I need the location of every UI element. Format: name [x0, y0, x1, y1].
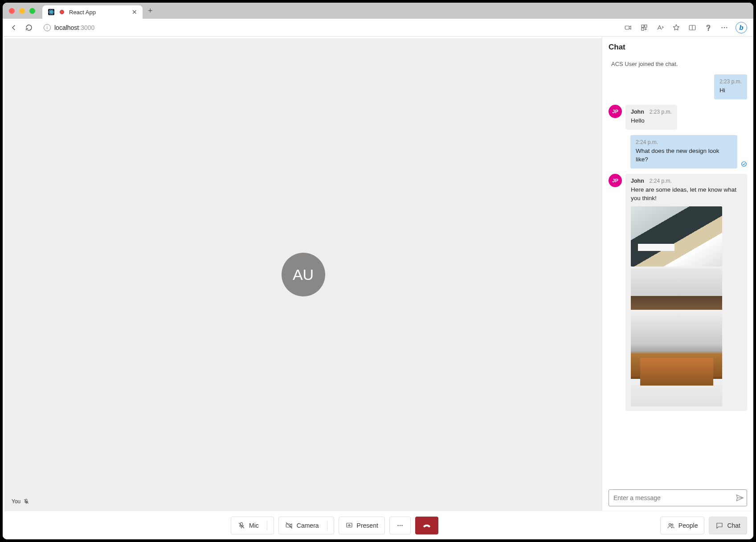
chat-icon	[715, 521, 723, 530]
camera-label: Camera	[297, 522, 319, 529]
message-text: Hi	[719, 86, 742, 95]
hangup-button[interactable]	[415, 517, 438, 534]
record-indicator-icon	[58, 8, 65, 16]
chat-button[interactable]: Chat	[709, 517, 747, 534]
url-host: localhost	[54, 24, 79, 31]
message-time: 2:23 p.m.	[719, 78, 742, 86]
chat-messages[interactable]: ACS User joined the chat. 2:23 p.m. Hi J…	[609, 59, 747, 485]
present-label: Present	[357, 522, 378, 529]
message-bubble-incoming: John 2:23 p.m. Hello	[625, 105, 677, 130]
attachment-image[interactable]	[631, 268, 722, 406]
videorecord-icon[interactable]	[623, 23, 633, 33]
chat-input[interactable]	[613, 494, 735, 501]
message-time: 2:24 p.m.	[636, 139, 658, 146]
window-minimize[interactable]	[19, 8, 25, 14]
message-bubble-incoming: John 2:24 p.m. Here are some ideas, let …	[625, 174, 747, 411]
hangup-icon	[422, 521, 432, 530]
svg-point-0	[51, 12, 52, 12]
message-bubble-outgoing: 2:24 p.m. What does the new design look …	[630, 135, 737, 168]
read-receipt-icon	[741, 161, 747, 168]
message-text: What does the new design look like?	[636, 147, 732, 164]
favorite-icon[interactable]	[671, 23, 681, 33]
svg-point-13	[742, 161, 747, 166]
url-input[interactable]: i localhost:3000	[39, 21, 618, 34]
browser-tab[interactable]: React App ✕	[42, 5, 143, 19]
svg-rect-5	[642, 25, 644, 27]
readaloud-icon[interactable]	[655, 23, 665, 33]
new-tab-button[interactable]: +	[145, 6, 155, 16]
people-button[interactable]: People	[660, 517, 705, 534]
message-row: 2:24 p.m. What does the new design look …	[609, 135, 747, 168]
video-area: AU You	[4, 38, 602, 511]
reload-button[interactable]	[24, 23, 34, 33]
sender-avatar: JP	[609, 105, 622, 118]
people-label: People	[678, 522, 698, 529]
svg-point-18	[401, 525, 402, 526]
remote-participant-avatar: AU	[282, 253, 325, 296]
camera-off-icon	[285, 521, 293, 530]
mic-button[interactable]: Mic	[231, 517, 274, 534]
tab-close-button[interactable]: ✕	[132, 8, 137, 16]
message-row: JP John 2:24 p.m. Here are some ideas, l…	[609, 174, 747, 411]
collections-icon[interactable]	[703, 23, 713, 33]
avatar-initials: AU	[293, 266, 314, 283]
attachment-image[interactable]	[631, 206, 722, 267]
bing-button[interactable]: b	[736, 22, 747, 33]
favicon-react-icon	[48, 8, 55, 16]
people-icon	[667, 521, 675, 530]
svg-rect-7	[642, 28, 644, 30]
sender-avatar: JP	[609, 174, 622, 187]
self-participant-label: You	[12, 498, 29, 505]
svg-rect-6	[645, 25, 647, 27]
message-sender: John	[631, 108, 644, 116]
send-button[interactable]	[735, 493, 744, 502]
more-icon	[396, 521, 404, 530]
svg-point-10	[722, 27, 723, 28]
svg-rect-4	[625, 26, 629, 29]
svg-point-11	[724, 27, 725, 28]
message-row: JP John 2:23 p.m. Hello	[609, 105, 747, 130]
present-button[interactable]: Present	[339, 517, 385, 534]
message-time: 2:23 p.m.	[650, 108, 672, 116]
message-sender: John	[631, 177, 644, 185]
tab-title: React App	[69, 9, 128, 16]
present-icon	[345, 521, 353, 530]
site-info-icon[interactable]: i	[44, 24, 51, 31]
chat-panel: Chat ACS User joined the chat. 2:23 p.m.…	[602, 37, 753, 511]
splitscreen-icon[interactable]	[687, 23, 697, 33]
url-port: :3000	[79, 24, 94, 31]
svg-point-20	[671, 524, 673, 526]
message-row: 2:23 p.m. Hi	[609, 74, 747, 99]
mic-off-icon	[237, 521, 245, 530]
message-text: Hello	[631, 117, 672, 125]
avatar-initials: JP	[612, 178, 618, 183]
camera-button[interactable]: Camera	[278, 517, 334, 534]
mic-muted-icon	[23, 498, 29, 505]
message-time: 2:24 p.m.	[650, 177, 672, 185]
chat-title: Chat	[609, 43, 747, 52]
svg-point-16	[397, 525, 398, 526]
window-maximize[interactable]	[29, 8, 35, 14]
svg-point-19	[669, 523, 671, 526]
extensions-icon[interactable]	[639, 23, 649, 33]
mic-label: Mic	[249, 522, 259, 529]
call-toolbar: Mic Camera Present	[3, 511, 753, 539]
addressbar: i localhost:3000 b	[3, 19, 753, 37]
svg-point-12	[726, 27, 727, 28]
message-bubble-outgoing: 2:23 p.m. Hi	[714, 74, 747, 99]
more-icon[interactable]	[719, 23, 729, 33]
chat-input-row	[609, 489, 747, 506]
avatar-initials: JP	[612, 109, 618, 114]
window-close[interactable]	[9, 8, 15, 14]
more-options-button[interactable]	[389, 517, 411, 534]
system-message: ACS User joined the chat.	[609, 59, 747, 69]
message-text: Here are some ideas, let me know what yo…	[631, 186, 742, 203]
self-label-text: You	[12, 498, 20, 505]
chat-label: Chat	[727, 522, 740, 529]
url-text: localhost:3000	[54, 24, 94, 31]
back-button[interactable]	[9, 23, 19, 33]
svg-point-9	[708, 30, 709, 31]
svg-point-17	[400, 525, 400, 526]
browser-titlebar: React App ✕ +	[3, 3, 753, 19]
